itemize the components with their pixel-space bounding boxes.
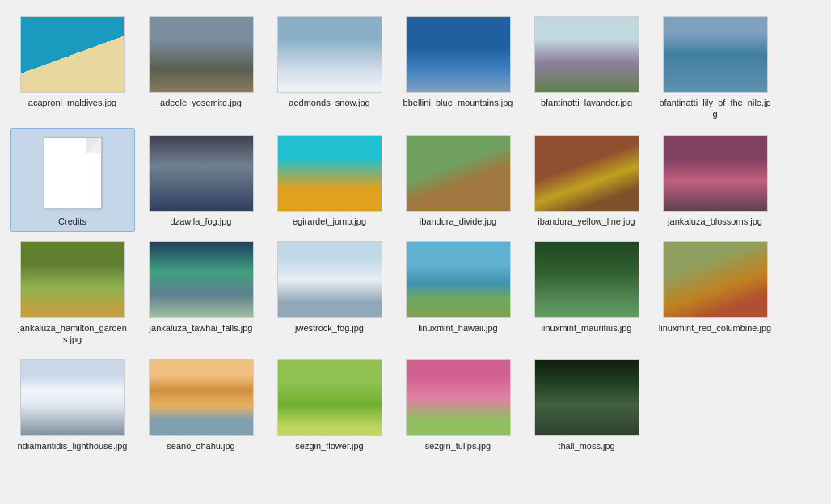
thumbnail	[149, 135, 254, 212]
filename-label: sezgin_tulips.jpg	[425, 440, 491, 452]
filename-label: thall_moss.jpg	[558, 440, 614, 452]
file-item[interactable]: ibandura_yellow_line.jpg	[524, 128, 649, 232]
file-item[interactable]: jankaluza_tawhai_falls.jpg	[138, 235, 264, 351]
file-item[interactable]: egirardet_jump.jpg	[267, 128, 392, 232]
file-item[interactable]: ibandura_divide.jpg	[395, 128, 521, 232]
thumbnail	[149, 242, 254, 318]
filename-label: aedmonds_snow.jpg	[289, 97, 369, 108]
filename-label: linuxmint_hawaii.jpg	[418, 322, 497, 334]
filename-label: linuxmint_mauritius.jpg	[542, 322, 632, 334]
thumbnail	[406, 16, 511, 93]
filename-label: sezgin_flower.jpg	[295, 440, 363, 452]
file-item[interactable]: sezgin_flower.jpg	[267, 353, 392, 456]
thumbnail	[534, 242, 639, 318]
thumbnail	[20, 242, 125, 318]
thumbnail	[277, 16, 382, 93]
file-item[interactable]: Credits	[10, 128, 135, 232]
thumbnail	[534, 16, 639, 93]
filename-label: bbellini_blue_mountains.jpg	[403, 97, 513, 108]
file-item[interactable]: ndiamantidis_lighthouse.jpg	[10, 353, 135, 456]
filename-label: seano_ohahu.jpg	[167, 440, 234, 452]
file-item[interactable]: jwestrock_fog.jpg	[267, 235, 392, 351]
filename-label: Credits	[58, 216, 86, 227]
filename-label: linuxmint_red_columbine.jpg	[659, 322, 771, 334]
thumbnail	[534, 359, 639, 436]
thumbnail	[663, 135, 768, 212]
filename-label: adeole_yosemite.jpg	[160, 97, 242, 108]
file-grid: acaproni_maldives.jpgadeole_yosemite.jpg…	[0, 0, 831, 467]
filename-label: ibandura_yellow_line.jpg	[538, 216, 635, 227]
thumbnail	[277, 359, 382, 436]
file-item[interactable]: seano_ohahu.jpg	[138, 353, 264, 456]
file-item[interactable]: adeole_yosemite.jpg	[138, 10, 264, 125]
filename-label: jankaluza_hamilton_gardens.jpg	[16, 322, 129, 346]
thumbnail	[149, 16, 254, 93]
thumbnail	[406, 242, 511, 318]
filename-label: bfantinatti_lavander.jpg	[541, 97, 632, 108]
file-item[interactable]: bbellini_blue_mountains.jpg	[395, 10, 521, 125]
file-item[interactable]: jankaluza_blossoms.jpg	[652, 128, 778, 232]
document-icon-wrapper	[32, 135, 113, 212]
filename-label: egirardet_jump.jpg	[293, 216, 366, 227]
filename-label: jankaluza_blossoms.jpg	[668, 216, 762, 227]
file-item[interactable]: linuxmint_red_columbine.jpg	[652, 235, 778, 351]
filename-label: bfantinatti_lily_of_the_nile.jpg	[659, 97, 772, 120]
thumbnail	[663, 16, 768, 93]
thumbnail	[406, 359, 511, 436]
filename-label: ibandura_divide.jpg	[420, 216, 496, 227]
file-item[interactable]: dzawila_fog.jpg	[138, 128, 264, 232]
thumbnail	[149, 359, 254, 436]
file-item[interactable]: acaproni_maldives.jpg	[10, 10, 135, 125]
file-item[interactable]: bfantinatti_lavander.jpg	[524, 10, 649, 125]
filename-label: dzawila_fog.jpg	[171, 216, 232, 227]
thumbnail	[663, 242, 768, 318]
filename-label: jwestrock_fog.jpg	[295, 322, 364, 334]
thumbnail	[20, 16, 125, 93]
file-item[interactable]: thall_moss.jpg	[524, 353, 649, 456]
file-item[interactable]: aedmonds_snow.jpg	[267, 10, 392, 125]
filename-label: acaproni_maldives.jpg	[28, 97, 116, 108]
thumbnail	[277, 135, 382, 212]
thumbnail	[406, 135, 511, 212]
doc-icon	[44, 137, 102, 208]
file-item[interactable]: linuxmint_mauritius.jpg	[524, 235, 649, 351]
file-item[interactable]: jankaluza_hamilton_gardens.jpg	[10, 235, 135, 351]
file-item[interactable]: bfantinatti_lily_of_the_nile.jpg	[652, 10, 778, 125]
filename-label: ndiamantidis_lighthouse.jpg	[18, 440, 128, 452]
file-item[interactable]: linuxmint_hawaii.jpg	[395, 235, 521, 351]
thumbnail	[277, 242, 382, 318]
thumbnail	[534, 135, 639, 212]
thumbnail	[20, 359, 125, 436]
filename-label: jankaluza_tawhai_falls.jpg	[150, 322, 253, 334]
file-item[interactable]: sezgin_tulips.jpg	[395, 353, 521, 456]
